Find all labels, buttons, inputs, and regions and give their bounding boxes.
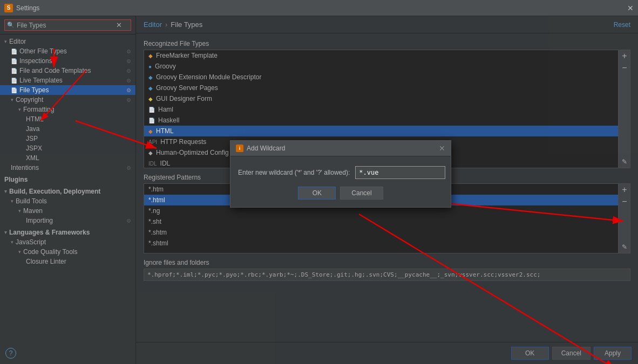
modal-title: Add Wildcard [247, 145, 285, 152]
window-title: Settings [16, 4, 39, 12]
modal-overlay: i Add Wildcard ✕ Enter new wildcard ('*'… [0, 16, 638, 364]
add-wildcard-dialog: i Add Wildcard ✕ Enter new wildcard ('*'… [230, 140, 451, 208]
app-icon: S [4, 4, 13, 12]
modal-buttons: OK Cancel [238, 187, 443, 200]
window-close[interactable]: ✕ [627, 4, 634, 12]
titlebar: S Settings ✕ [0, 0, 638, 16]
modal-label: Enter new wildcard ('*' and '?' allowed)… [238, 169, 350, 176]
wildcard-input[interactable] [355, 166, 445, 179]
modal-cancel-button[interactable]: Cancel [340, 187, 383, 200]
modal-input-row: Enter new wildcard ('*' and '?' allowed)… [238, 166, 443, 179]
modal-body: Enter new wildcard ('*' and '?' allowed)… [230, 156, 451, 207]
modal-icon: i [236, 145, 243, 152]
modal-titlebar: i Add Wildcard ✕ [230, 141, 451, 156]
modal-close-button[interactable]: ✕ [439, 144, 445, 153]
modal-ok-button[interactable]: OK [298, 187, 336, 200]
